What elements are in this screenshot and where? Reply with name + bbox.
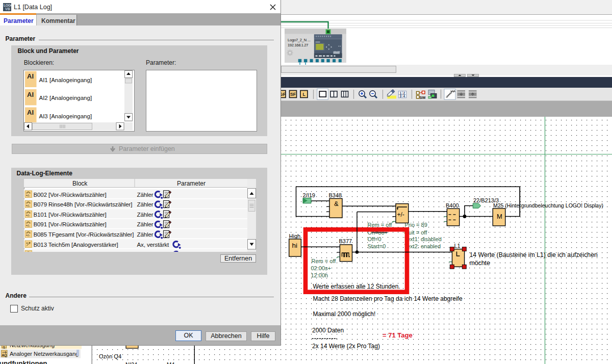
svg-text:Ax, verstärkt: Ax, verstärkt (137, 241, 169, 247)
svg-text:AI2 [Analogeingang]: AI2 [Analogeingang] (39, 95, 92, 101)
svg-text:hi: hi (292, 242, 298, 249)
svg-text:Macht 28 Datenzeilen pro Tag d: Macht 28 Datenzeilen pro Tag da ich 14 W… (313, 295, 463, 302)
svg-text:Text1: disabled: Text1: disabled (404, 236, 442, 242)
svg-text:Off=0: Off=0 (368, 236, 381, 242)
svg-text:L: L (302, 92, 305, 97)
svg-text:02:00s+: 02:00s+ (311, 265, 331, 271)
svg-text:B013 Teich5m [Analogverstärker: B013 Teich5m [Analogverstärker] (33, 241, 118, 247)
svg-text:SF: SF (290, 92, 296, 97)
svg-text:AQ: AQ (2, 353, 7, 357)
svg-text:Grundfunktionen: Grundfunktionen (0, 359, 47, 364)
svg-text:4: 4 (403, 94, 405, 98)
svg-text:AI: AI (27, 90, 34, 98)
svg-text:Zähler: Zähler (137, 191, 153, 197)
svg-text:Zähler: Zähler (137, 231, 153, 238)
svg-text:Zähler: Zähler (137, 211, 153, 217)
svg-text:2000 Daten: 2000 Daten (312, 327, 344, 334)
svg-text:B348: B348 (329, 192, 342, 198)
svg-text:2/I19: 2/I19 (303, 192, 315, 198)
svg-text:B002 [Vor-/Rückwärtszähler]: B002 [Vor-/Rückwärtszähler] (33, 191, 106, 197)
svg-text:Ozon Q4: Ozon Q4 (99, 353, 121, 359)
svg-text:M25 (Hintergrundbeleuchtung LO: M25 (Hintergrundbeleuchtung LOGO! Displa… (493, 202, 603, 209)
svg-text:Rem = off: Rem = off (368, 222, 393, 228)
svg-text:Rem = off: Rem = off (312, 258, 337, 264)
svg-text:NI24: NI24 (125, 361, 137, 364)
svg-text:Q: Q (3, 346, 5, 349)
svg-text:L1: L1 (454, 243, 461, 249)
svg-text:AI1 [Analogeingang]: AI1 [Analogeingang] (39, 76, 92, 83)
svg-text:SIM: SIM (420, 96, 426, 99)
svg-text:M: M (497, 213, 502, 220)
svg-text:14 Werte (Bausteine im L1) die: 14 Werte (Bausteine im L1) die ich aufze… (470, 251, 598, 258)
svg-text:B400: B400 (446, 202, 459, 209)
svg-text:möchte: möchte (470, 259, 490, 267)
svg-text:&: & (334, 200, 339, 207)
svg-text:B377: B377 (339, 238, 352, 244)
svg-text:B101 [Vor-/Rückwärtszähler]: B101 [Vor-/Rückwärtszähler] (33, 211, 106, 217)
svg-text:Logo7_2_N ...: Logo7_2_N ... (288, 38, 311, 42)
svg-text:+/-: +/- (397, 211, 404, 218)
svg-text:Werte erfassen alle 12 Stunden: Werte erfassen alle 12 Stunden. (313, 283, 400, 290)
svg-text:M4: M4 (167, 361, 174, 364)
svg-text:2x 14 Werte (2x Pro Tag): 2x 14 Werte (2x Pro Tag) (312, 343, 380, 350)
svg-text:B079 Rinse48h [Vor-/Rückwärtsz: B079 Rinse48h [Vor-/Rückwärtszähler] (33, 201, 132, 207)
svg-text:Start=0: Start=0 (368, 243, 386, 249)
svg-text:Zähler: Zähler (137, 201, 153, 207)
svg-text:Maximal 2000 möglich!: Maximal 2000 möglich! (313, 310, 376, 318)
svg-text:Analoger Netzwerkausgang: Analoger Netzwerkausgang (10, 351, 79, 357)
svg-text:Block: Block (72, 179, 88, 187)
svg-text:= 71 Tage: = 71 Tage (382, 331, 413, 339)
svg-text:AI: AI (27, 72, 34, 80)
svg-text:3: 3 (400, 94, 402, 98)
svg-text:Zähler: Zähler (137, 221, 153, 227)
svg-text:AI: AI (27, 109, 34, 116)
svg-text:B085 TFgesamt [Vor-/Rückwärtsz: B085 TFgesamt [Vor-/Rückwärtszähler] (33, 231, 134, 238)
svg-text:B091 [Vor-/Rückwärtszähler]: B091 [Vor-/Rückwärtszähler] (33, 221, 106, 227)
svg-text:High: High (289, 233, 301, 239)
svg-text:Parameter: Parameter (177, 179, 206, 187)
svg-text:Text2: enabled: Text2: enabled (404, 243, 441, 249)
svg-text:12:00h: 12:00h (311, 272, 328, 278)
svg-text:192.168.1.27: 192.168.1.27 (288, 43, 308, 47)
svg-text:AI3 [Analogeingang]: AI3 [Analogeingang] (39, 113, 92, 119)
